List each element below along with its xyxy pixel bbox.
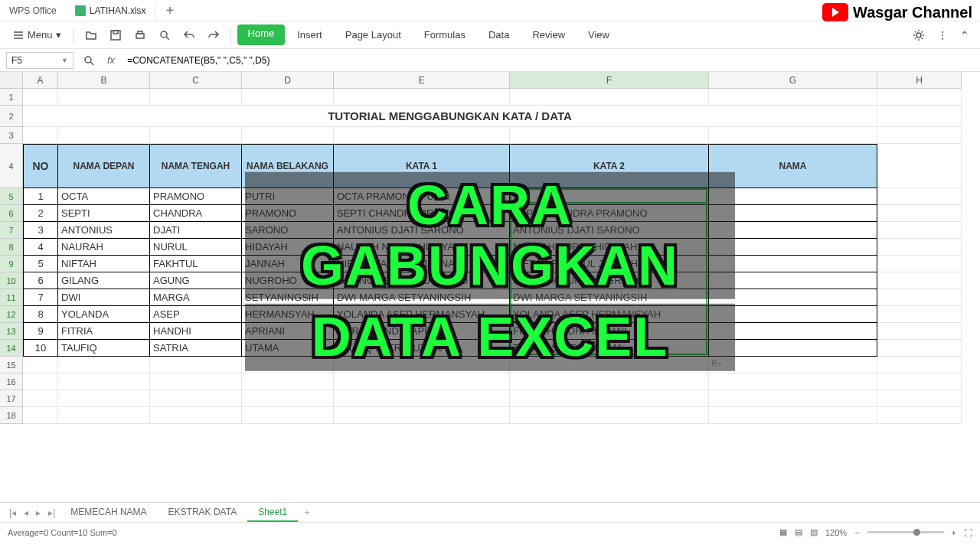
cell[interactable] bbox=[23, 407, 58, 424]
app-name-tab[interactable]: WPS Office bbox=[0, 2, 66, 20]
cell[interactable]: DWI MARGA SETYANINGSIH bbox=[510, 289, 709, 306]
cell[interactable] bbox=[709, 289, 877, 306]
cell[interactable]: OCTA PRAMONO PUTRI bbox=[510, 188, 709, 205]
file-tab[interactable]: LATIHAN.xlsx bbox=[66, 2, 156, 20]
search-icon[interactable] bbox=[78, 51, 100, 70]
col-header[interactable]: A bbox=[23, 72, 58, 89]
preview-icon[interactable] bbox=[154, 26, 175, 44]
cell[interactable]: SEPTI CHANDRA PRAMONO bbox=[510, 205, 709, 222]
view-break-icon[interactable]: ▧ bbox=[810, 527, 818, 537]
redo-icon[interactable] bbox=[203, 26, 224, 44]
cell[interactable]: DJATI bbox=[150, 222, 242, 239]
cell[interactable]: MARGA bbox=[150, 289, 242, 306]
cell[interactable] bbox=[877, 144, 962, 188]
col-header[interactable]: E bbox=[334, 72, 510, 89]
cell[interactable]: YOLANDA ASEP HERMANSYAH bbox=[334, 306, 510, 323]
row-header[interactable]: 5 bbox=[0, 188, 23, 205]
cell[interactable] bbox=[58, 390, 150, 407]
cell[interactable] bbox=[242, 407, 334, 424]
cell[interactable] bbox=[877, 106, 962, 127]
cell[interactable] bbox=[23, 390, 58, 407]
cell[interactable] bbox=[58, 127, 150, 144]
row-header[interactable]: 1 bbox=[0, 89, 23, 106]
cell[interactable]: CHANDRA bbox=[150, 205, 242, 222]
cell[interactable]: ANTONIUS DJATI SARONO bbox=[510, 222, 709, 239]
row-header[interactable]: 17 bbox=[0, 390, 23, 407]
row-header[interactable]: 9 bbox=[0, 256, 23, 272]
view-normal-icon[interactable]: ▦ bbox=[779, 527, 787, 537]
cell[interactable]: DWI bbox=[58, 289, 150, 306]
settings-icon[interactable] bbox=[908, 26, 929, 44]
cell[interactable]: SARONO bbox=[242, 222, 334, 239]
cell[interactable]: 6 bbox=[23, 272, 58, 289]
cell[interactable]: SEPTI bbox=[58, 205, 150, 222]
cell[interactable]: SEPTI CHANDRA PRAMONO bbox=[334, 205, 510, 222]
cell[interactable]: NAMA TENGAH bbox=[150, 144, 242, 188]
cells-grid[interactable]: TUTORIAL MENGGABUNGKAN KATA / DATANONAMA… bbox=[23, 89, 962, 424]
cell[interactable] bbox=[58, 89, 150, 106]
cell[interactable]: YOLANDA ASEP HERMANSYAH bbox=[510, 306, 709, 323]
cell[interactable]: NAURAH NURUL HIDAYAH bbox=[510, 239, 709, 256]
cell[interactable] bbox=[877, 390, 962, 407]
sheet-area[interactable]: ABCDEFGH 123456789101112131415161718 TUT… bbox=[0, 72, 980, 502]
collapse-icon[interactable]: ⌃ bbox=[956, 26, 974, 44]
undo-icon[interactable] bbox=[178, 26, 200, 44]
sheet-nav-next[interactable]: ▸ bbox=[33, 506, 44, 520]
row-header[interactable]: 7 bbox=[0, 222, 23, 239]
cell[interactable] bbox=[709, 323, 877, 340]
cell[interactable]: APRIANI bbox=[242, 323, 334, 340]
cell[interactable] bbox=[242, 89, 334, 106]
cell[interactable] bbox=[877, 127, 962, 144]
row-header[interactable]: 15 bbox=[0, 357, 23, 373]
ribbon-tab-home[interactable]: Home bbox=[237, 24, 286, 45]
cell[interactable] bbox=[877, 272, 962, 289]
cell[interactable]: NAURAH NURUL HIDAYAH bbox=[334, 239, 510, 256]
add-sheet-button[interactable]: ＋ bbox=[299, 504, 315, 520]
sheet-nav-first[interactable]: |◂ bbox=[6, 506, 19, 520]
row-header[interactable]: 8 bbox=[0, 239, 23, 256]
cell[interactable]: PUTRI bbox=[242, 188, 334, 205]
ribbon-tab-review[interactable]: Review bbox=[521, 24, 576, 45]
col-header[interactable]: B bbox=[58, 72, 150, 89]
cell[interactable] bbox=[709, 256, 877, 272]
sheet-nav-last[interactable]: ▸| bbox=[45, 506, 58, 520]
ribbon-tab-formulas[interactable]: Formulas bbox=[413, 24, 476, 45]
cell[interactable]: FITRIA bbox=[58, 323, 150, 340]
cell[interactable]: GILANG bbox=[58, 272, 150, 289]
cell[interactable] bbox=[709, 239, 877, 256]
cell[interactable] bbox=[242, 373, 334, 390]
cell[interactable] bbox=[23, 89, 58, 106]
sheet-tab[interactable]: MEMECAH NAMA bbox=[60, 504, 157, 522]
zoom-in-button[interactable]: + bbox=[952, 528, 956, 537]
col-header[interactable]: F bbox=[510, 72, 709, 89]
ribbon-tab-page-layout[interactable]: Page Layout bbox=[335, 24, 412, 45]
cell[interactable] bbox=[334, 127, 510, 144]
cell[interactable] bbox=[510, 357, 709, 373]
cell[interactable] bbox=[334, 89, 510, 106]
column-headers[interactable]: ABCDEFGH bbox=[23, 72, 962, 89]
paste-options-button[interactable]: ⎘▾ bbox=[712, 358, 723, 367]
cell[interactable] bbox=[23, 357, 58, 373]
cell[interactable] bbox=[150, 390, 242, 407]
fullscreen-icon[interactable]: ⛶ bbox=[964, 528, 972, 537]
cell[interactable] bbox=[510, 373, 709, 390]
cell[interactable]: FAKHTUL bbox=[150, 256, 242, 272]
cell[interactable] bbox=[709, 89, 877, 106]
cell[interactable] bbox=[709, 340, 877, 357]
cell[interactable] bbox=[877, 222, 962, 239]
cell[interactable] bbox=[709, 306, 877, 323]
cell[interactable]: TAUFIQ SATRIA UTAMA bbox=[334, 340, 510, 357]
more-icon[interactable]: ⋮ bbox=[933, 26, 952, 44]
cell[interactable] bbox=[877, 306, 962, 323]
cell[interactable]: NIFTAH FAKHTUL JANNAH bbox=[334, 256, 510, 272]
row-header[interactable]: 13 bbox=[0, 323, 23, 340]
cell[interactable]: NAMA bbox=[709, 144, 877, 188]
row-header[interactable]: 12 bbox=[0, 306, 23, 323]
cell[interactable]: GILANG AGUNG NUGROHO bbox=[334, 272, 510, 289]
row-header[interactable]: 10 bbox=[0, 272, 23, 289]
cell[interactable]: FITRIA HANDHI APRIANI bbox=[510, 323, 709, 340]
cell[interactable]: ANTONIUS DJATI SARONO bbox=[334, 222, 510, 239]
cell[interactable] bbox=[709, 127, 877, 144]
cell[interactable] bbox=[709, 407, 877, 424]
cell[interactable] bbox=[23, 373, 58, 390]
